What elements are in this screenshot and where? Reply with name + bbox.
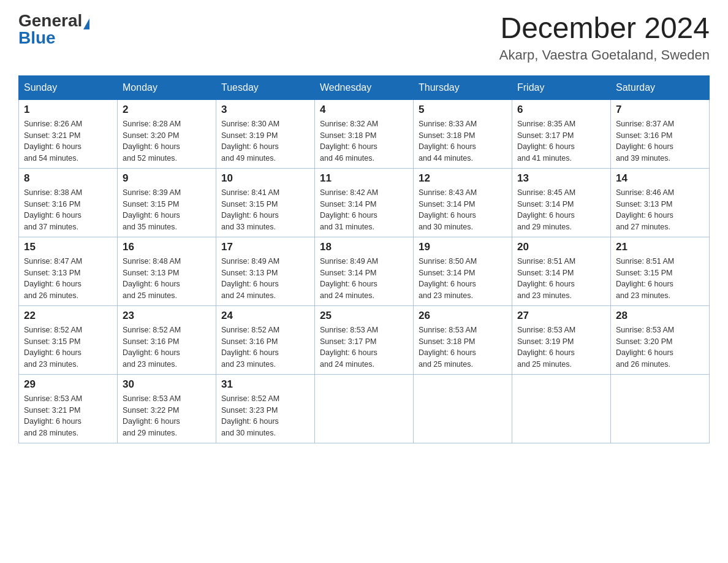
day-number: 19 (419, 241, 507, 253)
calendar-cell (414, 374, 512, 443)
header-tuesday: Tuesday (216, 75, 315, 99)
day-info: Sunrise: 8:42 AMSunset: 3:14 PMDaylight:… (320, 187, 408, 233)
day-info: Sunrise: 8:49 AMSunset: 3:14 PMDaylight:… (320, 256, 408, 302)
day-number: 24 (221, 310, 309, 322)
day-number: 3 (221, 104, 309, 116)
day-number: 6 (517, 104, 605, 116)
calendar-cell: 5Sunrise: 8:33 AMSunset: 3:18 PMDaylight… (414, 99, 512, 168)
day-info: Sunrise: 8:53 AMSunset: 3:17 PMDaylight:… (320, 324, 408, 370)
calendar-week-2: 8Sunrise: 8:38 AMSunset: 3:16 PMDaylight… (19, 168, 710, 237)
logo-general-line: General (18, 12, 89, 29)
day-number: 13 (517, 172, 605, 185)
day-number: 2 (123, 104, 211, 116)
calendar-cell: 20Sunrise: 8:51 AMSunset: 3:14 PMDayligh… (512, 237, 611, 305)
day-number: 29 (24, 378, 112, 391)
calendar-cell: 6Sunrise: 8:35 AMSunset: 3:17 PMDaylight… (512, 99, 611, 168)
day-number: 1 (24, 104, 112, 116)
calendar-header-row: SundayMondayTuesdayWednesdayThursdayFrid… (19, 75, 710, 99)
header-saturday: Saturday (611, 75, 710, 99)
day-number: 27 (517, 310, 605, 322)
calendar-week-5: 29Sunrise: 8:53 AMSunset: 3:21 PMDayligh… (19, 374, 710, 443)
calendar-cell (611, 374, 710, 443)
day-info: Sunrise: 8:43 AMSunset: 3:14 PMDaylight:… (419, 187, 507, 233)
title-area: December 2024 Akarp, Vaestra Goetaland, … (499, 12, 710, 63)
day-info: Sunrise: 8:28 AMSunset: 3:20 PMDaylight:… (123, 118, 211, 164)
day-info: Sunrise: 8:51 AMSunset: 3:15 PMDaylight:… (616, 256, 704, 302)
logo-triangle-icon (83, 18, 89, 29)
calendar-cell (512, 374, 611, 443)
day-number: 9 (123, 172, 211, 185)
day-number: 20 (517, 241, 605, 253)
calendar-week-3: 15Sunrise: 8:47 AMSunset: 3:13 PMDayligh… (19, 237, 710, 305)
header-wednesday: Wednesday (315, 75, 414, 99)
day-info: Sunrise: 8:52 AMSunset: 3:23 PMDaylight:… (221, 393, 309, 439)
header-monday: Monday (118, 75, 216, 99)
logo: General Blue (18, 12, 89, 47)
day-number: 30 (123, 378, 211, 391)
day-number: 12 (419, 172, 507, 185)
day-info: Sunrise: 8:49 AMSunset: 3:13 PMDaylight:… (221, 256, 309, 302)
day-number: 18 (320, 241, 408, 253)
month-title: December 2024 (499, 12, 710, 45)
day-number: 11 (320, 172, 408, 185)
day-info: Sunrise: 8:45 AMSunset: 3:14 PMDaylight:… (517, 187, 605, 233)
calendar-cell: 9Sunrise: 8:39 AMSunset: 3:15 PMDaylight… (118, 168, 216, 237)
day-info: Sunrise: 8:26 AMSunset: 3:21 PMDaylight:… (24, 118, 112, 164)
day-number: 17 (221, 241, 309, 253)
calendar-week-1: 1Sunrise: 8:26 AMSunset: 3:21 PMDaylight… (19, 99, 710, 168)
calendar-cell: 1Sunrise: 8:26 AMSunset: 3:21 PMDaylight… (19, 99, 118, 168)
day-number: 26 (419, 310, 507, 322)
day-info: Sunrise: 8:47 AMSunset: 3:13 PMDaylight:… (24, 256, 112, 302)
day-number: 25 (320, 310, 408, 322)
day-info: Sunrise: 8:39 AMSunset: 3:15 PMDaylight:… (123, 187, 211, 233)
header-thursday: Thursday (414, 75, 512, 99)
calendar-cell: 18Sunrise: 8:49 AMSunset: 3:14 PMDayligh… (315, 237, 414, 305)
calendar-cell: 12Sunrise: 8:43 AMSunset: 3:14 PMDayligh… (414, 168, 512, 237)
day-info: Sunrise: 8:53 AMSunset: 3:22 PMDaylight:… (123, 393, 211, 439)
day-info: Sunrise: 8:30 AMSunset: 3:19 PMDaylight:… (221, 118, 309, 164)
day-number: 31 (221, 378, 309, 391)
day-info: Sunrise: 8:46 AMSunset: 3:13 PMDaylight:… (616, 187, 704, 233)
location-subtitle: Akarp, Vaestra Goetaland, Sweden (499, 47, 710, 63)
day-info: Sunrise: 8:37 AMSunset: 3:16 PMDaylight:… (616, 118, 704, 164)
calendar-cell: 25Sunrise: 8:53 AMSunset: 3:17 PMDayligh… (315, 305, 414, 374)
day-number: 4 (320, 104, 408, 116)
calendar-cell: 10Sunrise: 8:41 AMSunset: 3:15 PMDayligh… (216, 168, 315, 237)
day-info: Sunrise: 8:52 AMSunset: 3:16 PMDaylight:… (221, 324, 309, 370)
day-number: 16 (123, 241, 211, 253)
calendar-cell: 22Sunrise: 8:52 AMSunset: 3:15 PMDayligh… (19, 305, 118, 374)
page-header: General Blue December 2024 Akarp, Vaestr… (18, 12, 710, 63)
calendar-cell: 8Sunrise: 8:38 AMSunset: 3:16 PMDaylight… (19, 168, 118, 237)
calendar-cell: 15Sunrise: 8:47 AMSunset: 3:13 PMDayligh… (19, 237, 118, 305)
day-number: 28 (616, 310, 704, 322)
day-info: Sunrise: 8:52 AMSunset: 3:15 PMDaylight:… (24, 324, 112, 370)
day-number: 15 (24, 241, 112, 253)
calendar-cell: 23Sunrise: 8:52 AMSunset: 3:16 PMDayligh… (118, 305, 216, 374)
calendar-cell: 11Sunrise: 8:42 AMSunset: 3:14 PMDayligh… (315, 168, 414, 237)
logo-blue-text: Blue (18, 28, 56, 47)
calendar-table: SundayMondayTuesdayWednesdayThursdayFrid… (18, 75, 710, 443)
day-info: Sunrise: 8:38 AMSunset: 3:16 PMDaylight:… (24, 187, 112, 233)
calendar-cell: 4Sunrise: 8:32 AMSunset: 3:18 PMDaylight… (315, 99, 414, 168)
day-info: Sunrise: 8:41 AMSunset: 3:15 PMDaylight:… (221, 187, 309, 233)
day-number: 21 (616, 241, 704, 253)
day-info: Sunrise: 8:53 AMSunset: 3:21 PMDaylight:… (24, 393, 112, 439)
calendar-week-4: 22Sunrise: 8:52 AMSunset: 3:15 PMDayligh… (19, 305, 710, 374)
calendar-cell: 17Sunrise: 8:49 AMSunset: 3:13 PMDayligh… (216, 237, 315, 305)
calendar-cell: 24Sunrise: 8:52 AMSunset: 3:16 PMDayligh… (216, 305, 315, 374)
day-number: 5 (419, 104, 507, 116)
day-number: 22 (24, 310, 112, 322)
calendar-cell: 26Sunrise: 8:53 AMSunset: 3:18 PMDayligh… (414, 305, 512, 374)
calendar-cell: 29Sunrise: 8:53 AMSunset: 3:21 PMDayligh… (19, 374, 118, 443)
calendar-cell: 19Sunrise: 8:50 AMSunset: 3:14 PMDayligh… (414, 237, 512, 305)
header-friday: Friday (512, 75, 611, 99)
calendar-cell: 21Sunrise: 8:51 AMSunset: 3:15 PMDayligh… (611, 237, 710, 305)
day-number: 14 (616, 172, 704, 185)
day-number: 8 (24, 172, 112, 185)
calendar-cell: 30Sunrise: 8:53 AMSunset: 3:22 PMDayligh… (118, 374, 216, 443)
day-info: Sunrise: 8:53 AMSunset: 3:18 PMDaylight:… (419, 324, 507, 370)
day-info: Sunrise: 8:48 AMSunset: 3:13 PMDaylight:… (123, 256, 211, 302)
calendar-cell (315, 374, 414, 443)
day-info: Sunrise: 8:51 AMSunset: 3:14 PMDaylight:… (517, 256, 605, 302)
calendar-cell: 16Sunrise: 8:48 AMSunset: 3:13 PMDayligh… (118, 237, 216, 305)
